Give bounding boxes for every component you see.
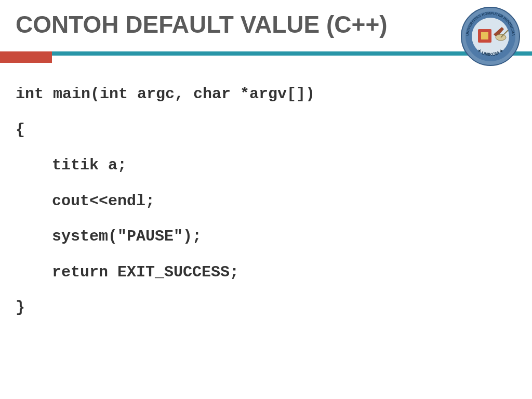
code-line-3: titik a; bbox=[16, 155, 516, 176]
code-line-6: return EXIT_SUCCESS; bbox=[16, 262, 516, 283]
svg-rect-4 bbox=[481, 32, 488, 39]
slide-title: CONTOH DEFAULT VALUE (C++) bbox=[16, 10, 516, 38]
logo-icon: UNIVERSITAS KOMPUTER INDONESIA ✦ UNIKOM … bbox=[459, 5, 522, 68]
divider bbox=[0, 51, 532, 63]
slide-header: CONTOH DEFAULT VALUE (C++) UNIVERSITAS K… bbox=[0, 0, 532, 38]
code-line-2: { bbox=[16, 119, 516, 141]
code-block: int main(int argc, char *argv[]) { titik… bbox=[0, 63, 532, 349]
code-line-5: system("PAUSE"); bbox=[16, 226, 516, 247]
code-line-4: cout<<endl; bbox=[16, 191, 516, 212]
university-logo: UNIVERSITAS KOMPUTER INDONESIA ✦ UNIKOM … bbox=[459, 5, 522, 68]
code-line-1: int main(int argc, char *argv[]) bbox=[16, 84, 516, 105]
code-line-7: } bbox=[16, 297, 516, 318]
divider-accent-red bbox=[0, 51, 52, 63]
